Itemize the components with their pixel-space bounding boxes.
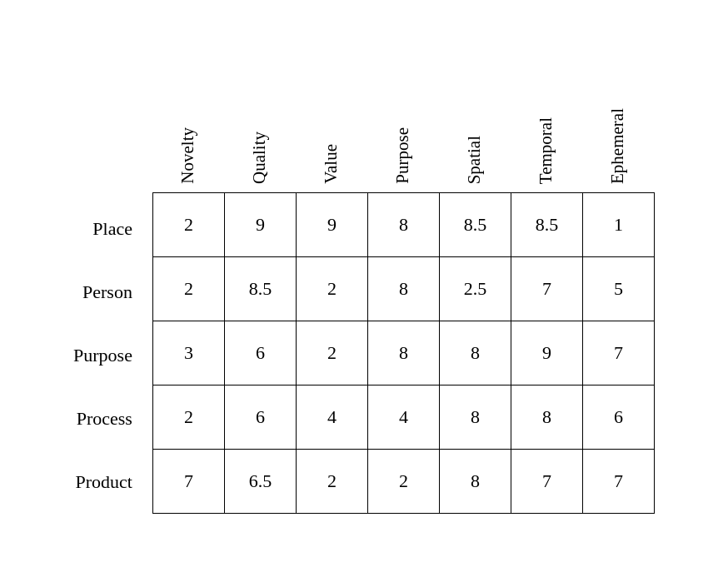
row-label-0: Place <box>92 197 137 261</box>
col-header-text-0: Novelty <box>177 127 198 184</box>
table-row: 29988.58.51 <box>153 193 655 257</box>
col-header-text-2: Value <box>321 144 342 184</box>
cell-r0-c6: 1 <box>583 193 655 256</box>
table-wrapper: PlacePersonPurposeProcessProduct Novelty… <box>73 63 655 514</box>
cell-r2-c0: 3 <box>153 321 225 385</box>
cell-r4-c5: 7 <box>511 450 583 513</box>
col-header-6: Ephemeral <box>582 63 654 192</box>
row-label-1: Person <box>82 261 137 324</box>
table-row: 3628897 <box>153 321 655 385</box>
cell-r0-c0: 2 <box>153 193 225 256</box>
col-header-3: Purpose <box>367 63 439 192</box>
cell-r3-c5: 8 <box>511 385 583 449</box>
cell-r4-c0: 7 <box>153 450 225 513</box>
cell-r1-c5: 7 <box>511 257 583 321</box>
cell-r1-c4: 2.5 <box>440 257 511 321</box>
cell-r4-c3: 2 <box>368 450 440 513</box>
col-headers: NoveltyQualityValuePurposeSpatialTempora… <box>152 63 655 192</box>
cell-r1-c3: 8 <box>368 257 440 321</box>
col-header-text-5: Temporal <box>536 117 556 184</box>
cell-r4-c6: 7 <box>583 450 655 513</box>
cell-r3-c2: 4 <box>297 385 368 449</box>
col-header-text-3: Purpose <box>392 127 413 184</box>
cell-r3-c0: 2 <box>153 385 225 449</box>
main-table-container: PlacePersonPurposeProcessProduct Novelty… <box>73 63 655 514</box>
table-row: 28.5282.575 <box>153 257 655 321</box>
col-header-text-4: Spatial <box>464 136 485 184</box>
row-label-2: Purpose <box>73 324 137 387</box>
cell-r2-c4: 8 <box>440 321 511 385</box>
cell-r0-c1: 9 <box>225 193 297 256</box>
col-header-4: Spatial <box>439 63 511 192</box>
row-labels: PlacePersonPurposeProcessProduct <box>73 64 137 514</box>
table-row: 2644886 <box>153 385 655 450</box>
cell-r3-c3: 4 <box>368 385 440 449</box>
cell-r2-c3: 8 <box>368 321 440 385</box>
cell-r3-c1: 6 <box>225 385 297 449</box>
cell-r2-c2: 2 <box>297 321 368 385</box>
cell-r1-c0: 2 <box>153 257 225 321</box>
data-grid: 29988.58.5128.5282.5753628897264488676.5… <box>152 192 655 514</box>
col-header-1: Quality <box>224 63 296 192</box>
cell-r3-c6: 6 <box>583 385 655 449</box>
cell-r4-c4: 8 <box>440 450 511 513</box>
cell-r2-c6: 7 <box>583 321 655 385</box>
table-row: 76.522877 <box>153 450 655 514</box>
cell-r0-c2: 9 <box>297 193 368 256</box>
col-header-text-1: Quality <box>249 132 270 184</box>
col-header-0: Novelty <box>152 63 224 192</box>
cell-r3-c4: 8 <box>440 385 511 449</box>
cell-r1-c2: 2 <box>297 257 368 321</box>
cell-r4-c2: 2 <box>297 450 368 513</box>
col-header-2: Value <box>296 63 367 192</box>
col-headers-and-data: NoveltyQualityValuePurposeSpatialTempora… <box>152 63 655 514</box>
cell-r0-c3: 8 <box>368 193 440 256</box>
cell-r0-c5: 8.5 <box>511 193 583 256</box>
cell-r2-c1: 6 <box>225 321 297 385</box>
cell-r2-c5: 9 <box>511 321 583 385</box>
col-header-5: Temporal <box>511 63 582 192</box>
row-label-4: Product <box>75 450 137 514</box>
row-label-3: Process <box>77 387 137 450</box>
cell-r1-c1: 8.5 <box>225 257 297 321</box>
cell-r1-c6: 5 <box>583 257 655 321</box>
cell-r0-c4: 8.5 <box>440 193 511 256</box>
cell-r4-c1: 6.5 <box>225 450 297 513</box>
col-header-text-6: Ephemeral <box>607 108 628 184</box>
